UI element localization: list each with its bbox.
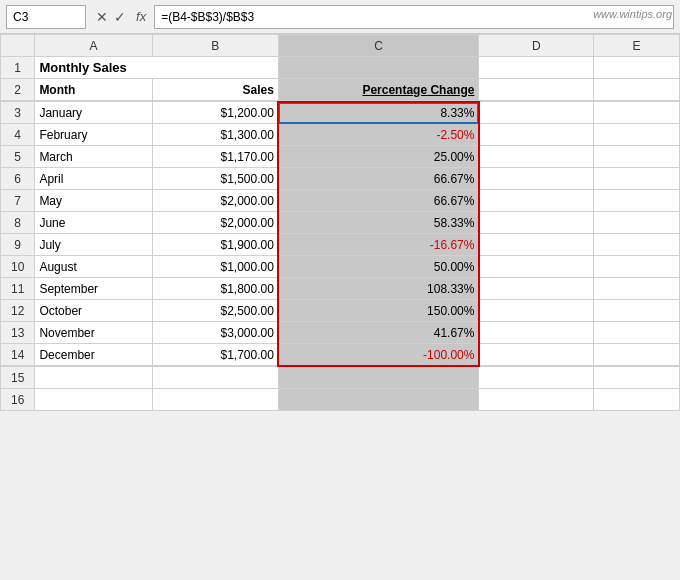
column-header-row: A B C D E bbox=[1, 35, 680, 57]
cell-a8[interactable]: June bbox=[35, 212, 152, 234]
cell-c4[interactable]: -2.50% bbox=[278, 124, 479, 146]
cell-b14[interactable]: $1,700.00 bbox=[152, 344, 278, 366]
cell-b8[interactable]: $2,000.00 bbox=[152, 212, 278, 234]
row-header-12: 12 bbox=[1, 300, 35, 322]
data-table: 3January$1,200.008.33%4February$1,300.00… bbox=[0, 101, 680, 366]
confirm-icon[interactable]: ✓ bbox=[114, 9, 126, 25]
cell-e13[interactable] bbox=[594, 322, 680, 344]
cell-d2[interactable] bbox=[479, 79, 594, 101]
cell-e9[interactable] bbox=[594, 234, 680, 256]
cell-d4[interactable] bbox=[479, 124, 594, 146]
cell-a9[interactable]: July bbox=[35, 234, 152, 256]
cell-a10[interactable]: August bbox=[35, 256, 152, 278]
row-header-16: 16 bbox=[1, 389, 35, 411]
cell-a11[interactable]: September bbox=[35, 278, 152, 300]
cell-a3[interactable]: January bbox=[35, 102, 152, 124]
spreadsheet: A B C D E 1 Monthly Sales 2 bbox=[0, 34, 680, 101]
cell-e14[interactable] bbox=[594, 344, 680, 366]
cell-c7[interactable]: 66.67% bbox=[278, 190, 479, 212]
cell-e10[interactable] bbox=[594, 256, 680, 278]
cell-c15[interactable] bbox=[278, 367, 479, 389]
cell-d10[interactable] bbox=[479, 256, 594, 278]
fx-label: fx bbox=[136, 9, 146, 24]
cell-e12[interactable] bbox=[594, 300, 680, 322]
cell-d11[interactable] bbox=[479, 278, 594, 300]
cell-e2[interactable] bbox=[594, 79, 680, 101]
col-header-a[interactable]: A bbox=[35, 35, 152, 57]
cell-c11[interactable]: 108.33% bbox=[278, 278, 479, 300]
cell-b4[interactable]: $1,300.00 bbox=[152, 124, 278, 146]
cancel-icon[interactable]: ✕ bbox=[96, 9, 108, 25]
cell-a12[interactable]: October bbox=[35, 300, 152, 322]
cell-c2[interactable]: Percentage Change bbox=[278, 79, 479, 101]
cell-d14[interactable] bbox=[479, 344, 594, 366]
col-header-c[interactable]: C bbox=[278, 35, 479, 57]
cell-b15[interactable] bbox=[152, 367, 278, 389]
cell-d15[interactable] bbox=[479, 367, 594, 389]
cell-e5[interactable] bbox=[594, 146, 680, 168]
cell-d8[interactable] bbox=[479, 212, 594, 234]
cell-b10[interactable]: $1,000.00 bbox=[152, 256, 278, 278]
cell-d3[interactable] bbox=[479, 102, 594, 124]
cell-d6[interactable] bbox=[479, 168, 594, 190]
cell-e15[interactable] bbox=[594, 367, 680, 389]
cell-a5[interactable]: March bbox=[35, 146, 152, 168]
cell-e1[interactable] bbox=[594, 57, 680, 79]
col-header-b[interactable]: B bbox=[152, 35, 278, 57]
cell-a14[interactable]: December bbox=[35, 344, 152, 366]
cell-c1[interactable] bbox=[278, 57, 479, 79]
cell-b7[interactable]: $2,000.00 bbox=[152, 190, 278, 212]
cell-b11[interactable]: $1,800.00 bbox=[152, 278, 278, 300]
cell-e6[interactable] bbox=[594, 168, 680, 190]
cell-d1[interactable] bbox=[479, 57, 594, 79]
cell-b16[interactable] bbox=[152, 389, 278, 411]
cell-e7[interactable] bbox=[594, 190, 680, 212]
cell-a7[interactable]: May bbox=[35, 190, 152, 212]
cell-d13[interactable] bbox=[479, 322, 594, 344]
cell-c14[interactable]: -100.00% bbox=[278, 344, 479, 366]
col-header-d[interactable]: D bbox=[479, 35, 594, 57]
cell-e8[interactable] bbox=[594, 212, 680, 234]
cell-d16[interactable] bbox=[479, 389, 594, 411]
row-14: 14December$1,700.00-100.00% bbox=[1, 344, 680, 366]
cell-c16[interactable] bbox=[278, 389, 479, 411]
cell-d12[interactable] bbox=[479, 300, 594, 322]
cell-e16[interactable] bbox=[594, 389, 680, 411]
cell-e4[interactable] bbox=[594, 124, 680, 146]
cell-c10[interactable]: 50.00% bbox=[278, 256, 479, 278]
cell-c8[interactable]: 58.33% bbox=[278, 212, 479, 234]
cell-d5[interactable] bbox=[479, 146, 594, 168]
row-15: 15 bbox=[1, 367, 680, 389]
cell-a4[interactable]: February bbox=[35, 124, 152, 146]
cell-a16[interactable] bbox=[35, 389, 152, 411]
cell-a1[interactable]: Monthly Sales bbox=[35, 57, 279, 79]
cell-a2[interactable]: Month bbox=[35, 79, 152, 101]
cell-b12[interactable]: $2,500.00 bbox=[152, 300, 278, 322]
cell-c6[interactable]: 66.67% bbox=[278, 168, 479, 190]
cell-a6[interactable]: April bbox=[35, 168, 152, 190]
cell-e11[interactable] bbox=[594, 278, 680, 300]
cell-c13[interactable]: 41.67% bbox=[278, 322, 479, 344]
cell-b2[interactable]: Sales bbox=[152, 79, 278, 101]
cell-c5[interactable]: 25.00% bbox=[278, 146, 479, 168]
row-11: 11September$1,800.00108.33% bbox=[1, 278, 680, 300]
cell-d7[interactable] bbox=[479, 190, 594, 212]
watermark-text: www.wintips.org bbox=[593, 8, 672, 20]
row-header-7: 7 bbox=[1, 190, 35, 212]
cell-c9[interactable]: -16.67% bbox=[278, 234, 479, 256]
cell-c12[interactable]: 150.00% bbox=[278, 300, 479, 322]
cell-b5[interactable]: $1,170.00 bbox=[152, 146, 278, 168]
cell-b9[interactable]: $1,900.00 bbox=[152, 234, 278, 256]
cell-b3[interactable]: $1,200.00 bbox=[152, 102, 278, 124]
col-header-e[interactable]: E bbox=[594, 35, 680, 57]
cell-b13[interactable]: $3,000.00 bbox=[152, 322, 278, 344]
cell-d9[interactable] bbox=[479, 234, 594, 256]
cell-c3[interactable]: 8.33% bbox=[278, 102, 479, 124]
cell-a15[interactable] bbox=[35, 367, 152, 389]
row-header-8: 8 bbox=[1, 212, 35, 234]
row-header-6: 6 bbox=[1, 168, 35, 190]
name-box[interactable]: C3 bbox=[6, 5, 86, 29]
cell-a13[interactable]: November bbox=[35, 322, 152, 344]
cell-b6[interactable]: $1,500.00 bbox=[152, 168, 278, 190]
cell-e3[interactable] bbox=[594, 102, 680, 124]
